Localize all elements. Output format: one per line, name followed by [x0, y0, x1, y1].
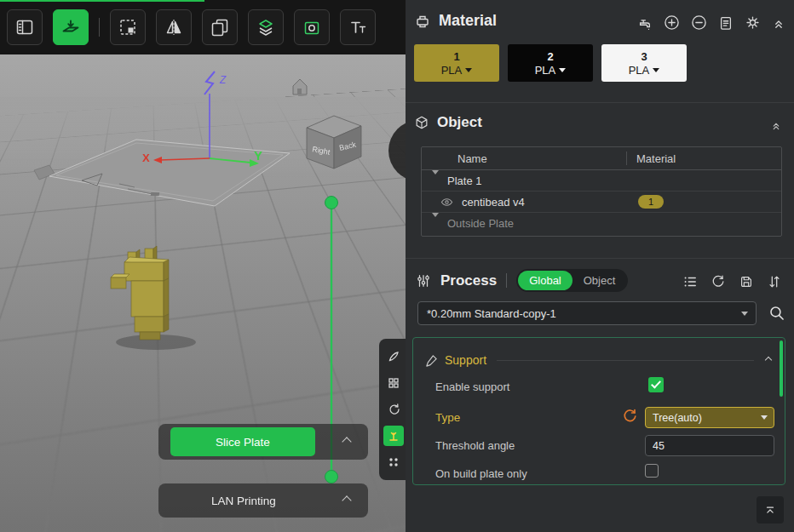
object-row-plate-1[interactable]: Plate 1	[422, 170, 781, 192]
collapse-object-button[interactable]	[770, 119, 782, 131]
row-label: Plate 1	[447, 174, 481, 187]
object-table-header: Name Material	[422, 147, 781, 170]
process-scope-toggle: Global Object	[516, 269, 628, 292]
row-label: centibead v4	[462, 196, 525, 209]
object-header: Object	[414, 114, 482, 131]
plate-tab	[34, 165, 55, 180]
on-build-plate-only-checkbox[interactable]	[645, 464, 659, 478]
section-handle-top[interactable]	[325, 197, 338, 209]
split-to-parts-button[interactable]	[294, 9, 330, 45]
slice-panel: Slice Plate	[158, 424, 368, 460]
double-chevron-up-icon	[772, 16, 785, 30]
home-view-button[interactable]	[293, 79, 307, 94]
split-to-objects-icon	[256, 17, 276, 37]
chevron-up-icon	[342, 495, 351, 505]
plate-label-mark	[151, 192, 160, 196]
section-handle-bottom[interactable]	[325, 471, 338, 483]
process-preset-dropdown[interactable]: *0.20mm Standard-copy-1	[417, 301, 757, 325]
threshold-angle-label: Threshold angle	[435, 439, 515, 452]
cube-icon	[414, 115, 429, 130]
nav-cube[interactable]: Right Back	[307, 116, 361, 169]
object-row-centibead[interactable]: centibead v4 1	[422, 192, 781, 213]
filament-settings-button[interactable]	[745, 14, 761, 31]
paint-tool-button[interactable]	[383, 346, 404, 367]
apps-tool-button[interactable]	[383, 452, 404, 472]
lan-printing-label: LAN Printing	[158, 483, 329, 518]
slot-number: 1	[453, 50, 459, 63]
history-icon	[711, 274, 726, 289]
sidebar-collapse-button[interactable]	[757, 496, 784, 523]
transfer-icon	[767, 274, 782, 289]
text-tool-button[interactable]	[340, 9, 376, 45]
plate-settings-button[interactable]	[7, 9, 43, 45]
material-slot-2[interactable]: 2 PLA	[508, 44, 593, 82]
settings-sidebar: Material	[406, 0, 794, 532]
z-axis-squiggle	[204, 72, 215, 94]
process-actions	[682, 274, 782, 289]
collapse-support-chevron[interactable]	[765, 357, 772, 363]
flush-volumes-button[interactable]	[637, 15, 653, 31]
slot-material-label: PLA	[535, 64, 556, 77]
support-paint-tool-button[interactable]	[383, 426, 404, 446]
reset-value-button[interactable]	[621, 408, 638, 425]
header-separator	[506, 273, 507, 288]
slot-number: 2	[547, 50, 553, 63]
sliders-icon	[416, 273, 431, 289]
undo-icon	[621, 408, 638, 425]
clone-button[interactable]	[202, 9, 238, 45]
add-filament-button[interactable]	[664, 14, 680, 31]
threshold-angle-input[interactable]	[645, 435, 774, 456]
slice-options-chevron[interactable]	[336, 424, 358, 460]
history-button[interactable]	[711, 274, 726, 289]
parameter-list-button[interactable]	[682, 274, 698, 289]
mirror-button[interactable]	[156, 9, 192, 45]
model-centibead[interactable]	[111, 246, 169, 340]
mirror-icon	[164, 17, 184, 37]
slot-material-label: PLA	[441, 64, 463, 77]
arrange-icon	[118, 17, 138, 37]
collapse-material-button[interactable]	[772, 16, 785, 30]
sync-presets-button[interactable]	[767, 274, 782, 289]
chevron-up-icon	[342, 437, 351, 446]
visibility-eye-icon[interactable]	[440, 196, 453, 209]
tab-object[interactable]: Object	[572, 271, 627, 290]
material-slot-1[interactable]: 1 PLA	[414, 44, 499, 82]
slice-plate-button[interactable]: Slice Plate	[170, 427, 315, 456]
printer-icon	[414, 13, 431, 30]
save-icon	[739, 274, 754, 289]
object-row-outside-plate[interactable]: Outside Plate	[422, 213, 781, 234]
enable-support-checkbox[interactable]	[648, 377, 664, 392]
clone-icon	[210, 17, 230, 37]
object-title: Object	[437, 114, 482, 131]
lay-on-face-button[interactable]	[53, 9, 89, 45]
material-badge[interactable]: 1	[638, 195, 664, 209]
header-rule	[497, 360, 754, 361]
faucet-icon	[637, 15, 653, 31]
print-options-chevron[interactable]	[336, 483, 358, 518]
save-preset-button[interactable]	[739, 274, 754, 289]
material-slot-3[interactable]: 3 PLA	[601, 44, 687, 82]
scene-3d[interactable]: Z X Y	[0, 54, 406, 532]
arrange-button[interactable]	[110, 9, 146, 45]
list-icon	[682, 274, 698, 289]
tab-global[interactable]: Global	[518, 271, 572, 290]
split-to-parts-icon	[302, 17, 322, 37]
on-build-plate-only-label: On build plate only	[435, 467, 527, 480]
scrollbar-thumb[interactable]	[780, 340, 783, 397]
split-to-objects-button[interactable]	[248, 9, 284, 45]
top-toolbar	[0, 0, 406, 54]
apps-tool-icon	[387, 455, 400, 469]
support-section-header[interactable]: Support	[425, 352, 771, 369]
search-settings-button[interactable]	[768, 304, 785, 325]
print-panel[interactable]: LAN Printing	[158, 483, 368, 518]
column-name: Name	[422, 152, 487, 165]
grid-tool-button[interactable]	[383, 373, 404, 393]
sync-tool-button[interactable]	[383, 399, 404, 420]
support-type-dropdown[interactable]: Tree(auto)	[645, 407, 774, 428]
minus-circle-icon	[691, 14, 707, 31]
expand-caret-icon[interactable]	[432, 174, 439, 187]
material-actions	[637, 14, 785, 31]
expand-caret-icon[interactable]	[432, 217, 439, 230]
edit-filament-button[interactable]	[718, 15, 734, 31]
remove-filament-button[interactable]	[691, 14, 707, 31]
